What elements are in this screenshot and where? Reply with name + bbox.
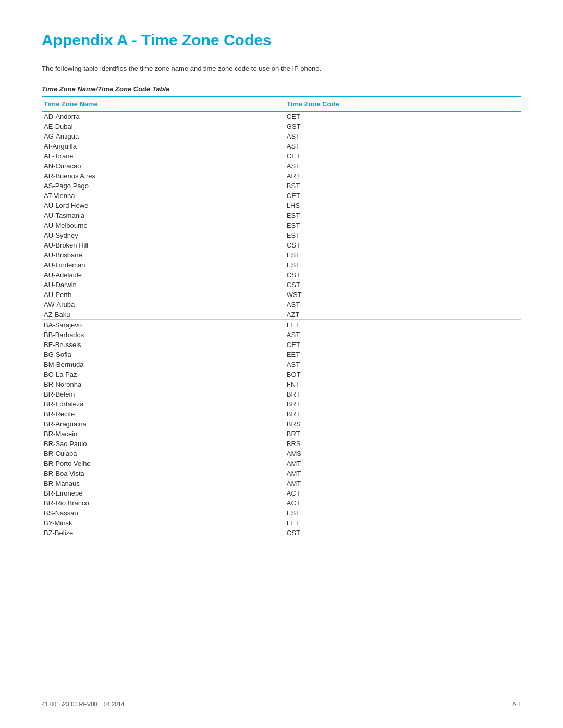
table-row: BR-Sao PauloBRS (42, 439, 521, 449)
timezone-name-cell: AU-Melbourne (42, 220, 285, 230)
timezone-name-cell: BR-Manaus (42, 478, 285, 488)
timezone-name-cell: BR-Cuiaba (42, 449, 285, 459)
page-footer: 41-001523-00 REV00 – 04.2014 A-1 (42, 701, 521, 707)
table-row: AU-TasmaniaEST (42, 211, 521, 220)
timezone-code-cell: AST (285, 360, 521, 369)
timezone-code-cell: EST (285, 508, 521, 518)
timezone-code-cell: AMT (285, 468, 521, 478)
timezone-code-cell: AST (285, 141, 521, 151)
timezone-code-cell: EET (285, 350, 521, 360)
timezone-name-cell: AU-Lord Howe (42, 201, 285, 211)
timezone-name-cell: BG-Sofia (42, 350, 285, 360)
footer-left: 41-001523-00 REV00 – 04.2014 (42, 701, 124, 707)
timezone-code-cell: BRS (285, 419, 521, 429)
timezone-code-cell: AZT (285, 310, 521, 320)
timezone-code-cell: ART (285, 171, 521, 181)
timezone-name-cell: AU-Tasmania (42, 211, 285, 220)
timezone-code-cell: BOT (285, 369, 521, 379)
timezone-name-cell: BA-Sarajevo (42, 320, 285, 330)
timezone-name-cell: BE-Brussels (42, 340, 285, 350)
timezone-code-cell: CST (285, 528, 521, 538)
timezone-code-cell: AST (285, 330, 521, 340)
table-row: AU-DarwinCST (42, 280, 521, 290)
table-row: AZ-BakuAZT (42, 310, 521, 320)
timezone-name-cell: AE-Dubai (42, 121, 285, 131)
timezone-code-cell: LHS (285, 201, 521, 211)
timezone-code-cell: CST (285, 280, 521, 290)
table-row: BG-SofiaEET (42, 350, 521, 360)
timezone-name-cell: AI-Anguilla (42, 141, 285, 151)
timezone-name-cell: AW-Aruba (42, 300, 285, 310)
table-row: BR-NoronhaFNT (42, 379, 521, 389)
timezone-name-cell: AU-Perth (42, 290, 285, 300)
timezone-code-cell: BRT (285, 429, 521, 439)
table-row: BS-NassauEST (42, 508, 521, 518)
timezone-code-cell: EST (285, 260, 521, 270)
table-row: BR-Boa VistaAMT (42, 468, 521, 478)
timezone-name-cell: BO-La Paz (42, 369, 285, 379)
table-row: AE-DubaiGST (42, 121, 521, 131)
timezone-name-cell: BR-Araguaina (42, 419, 285, 429)
timezone-code-cell: EET (285, 320, 521, 330)
table-row: BA-SarajevoEET (42, 320, 521, 330)
col-timezone-code-header: Time Zone Code (285, 96, 521, 112)
timezone-code-cell: CET (285, 191, 521, 201)
table-row: BR-ManausAMT (42, 478, 521, 488)
timezone-name-cell: BR-Fortaleza (42, 399, 285, 409)
table-row: AL-TiraneCET (42, 151, 521, 161)
table-row: AI-AnguillaAST (42, 141, 521, 151)
timezone-code-cell: BRT (285, 409, 521, 419)
timezone-name-cell: BR-Sao Paulo (42, 439, 285, 449)
table-row: BR-MaceioBRT (42, 429, 521, 439)
timezone-code-cell: BRT (285, 389, 521, 399)
timezone-name-cell: AN-Curacao (42, 161, 285, 171)
table-row: BR-EirunepeACT (42, 488, 521, 498)
table-row: AG-AntiguaAST (42, 131, 521, 141)
table-row: AU-Lord HoweLHS (42, 201, 521, 211)
timezone-code-cell: BST (285, 181, 521, 191)
timezone-name-cell: AU-Sydney (42, 230, 285, 240)
timezone-code-cell: CET (285, 340, 521, 350)
timezone-code-cell: EST (285, 230, 521, 240)
table-row: BR-CuiabaAMS (42, 449, 521, 459)
table-row: AT-ViennaCET (42, 191, 521, 201)
table-row: AU-LindemanEST (42, 260, 521, 270)
timezone-code-cell: ACT (285, 498, 521, 508)
timezone-name-cell: BR-Noronha (42, 379, 285, 389)
table-row: BY-MinskEET (42, 518, 521, 528)
page-description: The following table identifies the time … (42, 65, 521, 72)
timezone-name-cell: AU-Adelaide (42, 270, 285, 280)
timezone-name-cell: AD-Andorra (42, 112, 285, 122)
timezone-code-cell: BRT (285, 399, 521, 409)
table-row: AU-MelbourneEST (42, 220, 521, 230)
timezone-code-cell: CET (285, 151, 521, 161)
timezone-name-cell: AR-Buenos Aires (42, 171, 285, 181)
table-row: AW-ArubaAST (42, 300, 521, 310)
timezone-code-cell: WST (285, 290, 521, 300)
timezone-table: Time Zone Name Time Zone Code AD-Andorra… (42, 96, 521, 538)
table-row: BR-FortalezaBRT (42, 399, 521, 409)
table-row: AN-CuracaoAST (42, 161, 521, 171)
timezone-code-cell: EST (285, 211, 521, 220)
table-row: AU-Broken HillCST (42, 240, 521, 250)
timezone-code-cell: AMT (285, 478, 521, 488)
table-row: BE-BrusselsCET (42, 340, 521, 350)
table-header-row: Time Zone Name Time Zone Code (42, 96, 521, 112)
table-row: BB-BarbadosAST (42, 330, 521, 340)
timezone-code-cell: EET (285, 518, 521, 528)
timezone-name-cell: BR-Boa Vista (42, 468, 285, 478)
timezone-name-cell: AU-Lindeman (42, 260, 285, 270)
timezone-name-cell: AT-Vienna (42, 191, 285, 201)
table-row: BR-RecifeBRT (42, 409, 521, 419)
timezone-name-cell: AZ-Baku (42, 310, 285, 320)
timezone-name-cell: AU-Darwin (42, 280, 285, 290)
timezone-name-cell: BM-Bermuda (42, 360, 285, 369)
timezone-name-cell: BZ-Belize (42, 528, 285, 538)
table-row: AU-SydneyEST (42, 230, 521, 240)
table-row: AU-PerthWST (42, 290, 521, 300)
timezone-name-cell: BB-Barbados (42, 330, 285, 340)
table-row: BR-BelemBRT (42, 389, 521, 399)
timezone-name-cell: AU-Brisbane (42, 250, 285, 260)
timezone-code-cell: FNT (285, 379, 521, 389)
footer-right: A-1 (512, 701, 521, 707)
